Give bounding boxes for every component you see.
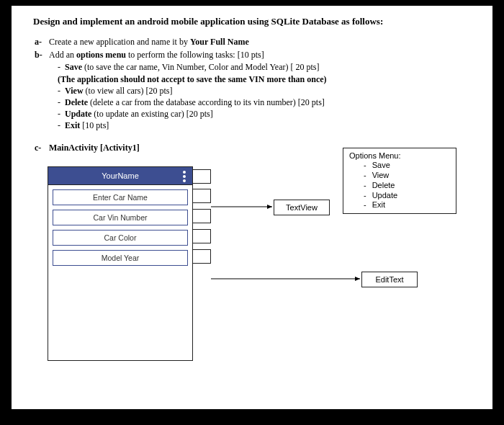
edittext-label-box: EditText [361,272,418,287]
options-title: Options Menu: [349,151,450,161]
item-b-sublist: Save (to save the car name, Vin Number, … [49,61,471,131]
sub-exit: Exit [10 pts] [58,120,471,131]
field-vin[interactable]: Car Vin Number [53,210,188,225]
stub-field4 [192,249,211,264]
opt-save: Save [364,161,450,171]
opt-exit: Exit [364,200,450,210]
opt-delete: Delete [364,181,450,191]
sub-note: (The application should not accept to sa… [50,73,471,85]
app-title: YourName [102,171,139,180]
sub-delete: Delete (delete a car from the database a… [58,97,471,108]
field-car-name[interactable]: Enter Car Name [53,189,188,205]
opt-update: Update [364,191,450,201]
page-title: Design and implement an android mobile a… [33,16,471,27]
diagram: YourName Enter Car Name Car Vin Number C… [33,164,471,380]
instructions-list: a- Create a new application and name it … [33,36,471,132]
stub-field2 [192,209,211,223]
stub-field3 [192,229,211,243]
field-model-year[interactable]: Model Year [53,250,188,266]
stub-field1 [192,189,211,203]
overflow-menu-icon[interactable] [181,169,188,184]
stub-header [192,169,211,184]
phone-mockup: YourName Enter Car Name Car Vin Number C… [48,166,193,361]
field-color[interactable]: Car Color [53,230,188,246]
sub-save: Save (to save the car name, Vin Number, … [58,61,471,73]
textview-label-box: TextView [274,200,330,215]
options-menu-box: Options Menu: Save View Delete Update Ex… [343,148,456,214]
sub-view: View (to view all cars) [20 pts] [58,85,471,97]
sub-update: Update (to update an existing car) [20 p… [58,108,471,120]
opt-view: View [364,171,450,181]
item-b: b- Add an options menu to perform the fo… [49,49,471,131]
phone-header: YourName [48,167,192,185]
item-a: a- Create a new application and name it … [49,36,471,48]
page: Design and implement an android mobile a… [12,6,492,409]
